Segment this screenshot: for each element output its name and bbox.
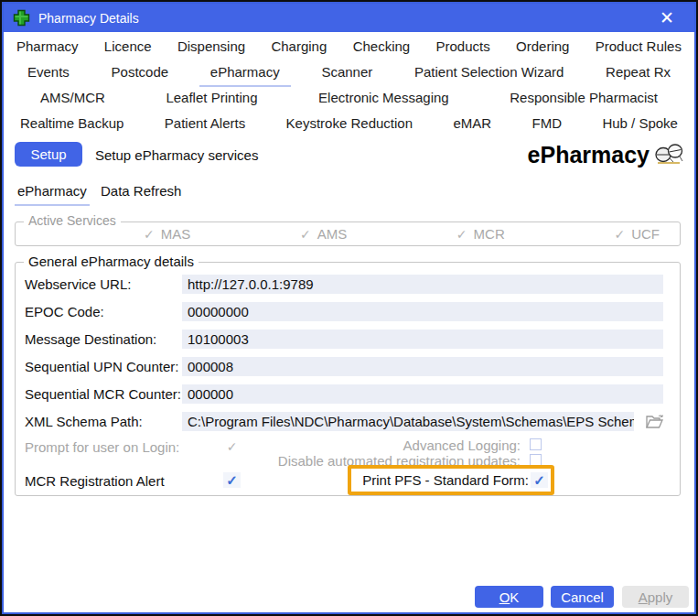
cancel-button[interactable]: Cancel: [551, 586, 614, 608]
tab-hub-spoke[interactable]: Hub / Spoke: [602, 115, 678, 131]
tab-licence[interactable]: Licence: [104, 38, 152, 54]
message-destination-label: Message Destination:: [25, 330, 156, 349]
sequential-upn-counter-label: Sequential UPN Counter:: [25, 357, 178, 376]
tab-ordering[interactable]: Ordering: [516, 38, 569, 54]
advanced-logging-label: Advanced Logging:: [403, 438, 521, 453]
pills-icon: [652, 143, 685, 168]
xml-schema-path-label: XML Schema Path:: [25, 412, 143, 431]
service-ams: ✓ AMS: [300, 226, 347, 242]
active-services-legend: Active Services: [24, 213, 121, 228]
tab-dispensing[interactable]: Dispensing: [177, 38, 245, 54]
pharmacy-details-dialog: Pharmacy Details ✕ Pharmacy Licence Disp…: [0, 0, 698, 616]
epoc-code-field[interactable]: 00000000: [182, 302, 663, 321]
webservice-url-field[interactable]: http://127.0.0.1:9789: [182, 275, 663, 294]
tab-patient-selection-wizard[interactable]: Patient Selection Wizard: [414, 64, 564, 80]
check-icon: ✓: [456, 227, 467, 242]
general-details-groupbox: General ePharmacy details Webservice URL…: [15, 262, 681, 496]
service-mas: ✓ MAS: [144, 226, 190, 242]
tab-events[interactable]: Events: [27, 64, 70, 80]
tab-patient-alerts[interactable]: Patient Alerts: [165, 115, 245, 131]
tab-repeat-rx[interactable]: Repeat Rx: [606, 64, 671, 80]
tab-row-2: Events Postcode ePharmacy Scanner Patien…: [5, 59, 693, 83]
prompt-login-checkbox[interactable]: ✓: [223, 438, 241, 454]
active-services-groupbox: Active Services ✓ MAS ✓ AMS ✓ MCR ✓ UCF: [15, 222, 681, 246]
service-mcr: ✓ MCR: [456, 226, 505, 242]
epharmacy-logo: ePharmacy: [528, 142, 685, 168]
ok-button-label: O: [499, 589, 510, 605]
webservice-url-label: Webservice URL:: [25, 275, 131, 294]
message-destination-field[interactable]: 10100003: [182, 330, 663, 349]
tab-pharmacy[interactable]: Pharmacy: [16, 38, 79, 54]
tab-postcode[interactable]: Postcode: [112, 64, 169, 80]
sequential-upn-counter-field[interactable]: 000008: [182, 357, 663, 376]
tab-charging[interactable]: Charging: [271, 38, 327, 54]
setup-description: Setup ePharmacy services: [95, 147, 258, 163]
tab-products[interactable]: Products: [436, 38, 490, 54]
subtab-epharmacy[interactable]: ePharmacy: [15, 183, 90, 206]
tab-checking[interactable]: Checking: [353, 38, 411, 54]
check-icon: ✓: [614, 227, 625, 242]
print-pfs-checkbox[interactable]: ✓: [531, 472, 548, 488]
service-mas-label: MAS: [161, 226, 191, 242]
check-icon: ✓: [300, 227, 311, 242]
print-pfs-label: Print PFS - Standard Form:: [362, 472, 529, 488]
apply-button-label: A: [639, 589, 648, 605]
title-bar: Pharmacy Details ✕: [4, 4, 694, 32]
epoc-code-label: EPOC Code:: [25, 302, 104, 321]
tab-emar[interactable]: eMAR: [453, 115, 491, 131]
cancel-button-label: Cancel: [561, 589, 604, 605]
sequential-mcr-counter-label: Sequential MCR Counter:: [25, 384, 181, 404]
advanced-logging-checkbox[interactable]: [530, 438, 542, 450]
prompt-login-label: Prompt for user on Login:: [25, 438, 179, 457]
apply-button[interactable]: Apply: [622, 586, 689, 608]
tab-realtime-backup[interactable]: Realtime Backup: [20, 115, 123, 131]
ok-button[interactable]: OK: [475, 586, 543, 608]
service-ucf: ✓ UCF: [614, 226, 660, 242]
mcr-registration-alert-label: MCR Registration Alert: [25, 471, 165, 491]
tab-product-rules[interactable]: Product Rules: [596, 38, 682, 54]
tab-ams-mcr[interactable]: AMS/MCR: [40, 90, 105, 105]
tab-row-1: Pharmacy Licence Dispensing Charging Che…: [5, 34, 693, 58]
check-icon: ✓: [226, 472, 238, 489]
browse-folder-icon[interactable]: [643, 410, 667, 432]
epharmacy-logo-text: ePharmacy: [528, 142, 650, 168]
sequential-mcr-counter-field[interactable]: 000000: [182, 384, 663, 404]
service-ucf-label: UCF: [631, 226, 660, 242]
check-icon: ✓: [144, 227, 155, 242]
tab-row-3: AMS/MCR Leaflet Printing Electronic Mess…: [5, 85, 693, 109]
xml-schema-path-field[interactable]: C:\Program Files\NDC\Pharmacy\Database\S…: [182, 412, 634, 431]
tab-fmd[interactable]: FMD: [532, 115, 563, 131]
service-ams-label: AMS: [317, 226, 348, 242]
general-details-legend: General ePharmacy details: [24, 254, 199, 269]
print-pfs-highlight-annotation: Print PFS - Standard Form: ✓: [348, 465, 554, 495]
subtab-data-refresh[interactable]: Data Refresh: [101, 183, 181, 199]
tab-row-4: Realtime Backup Patient Alerts Keystroke…: [5, 111, 693, 135]
check-icon: ✓: [533, 472, 545, 489]
tab-electronic-messaging[interactable]: Electronic Messaging: [318, 90, 449, 105]
close-icon[interactable]: ✕: [649, 9, 685, 27]
green-cross-icon: [13, 9, 30, 27]
service-mcr-label: MCR: [474, 226, 505, 242]
tab-scanner[interactable]: Scanner: [321, 64, 372, 80]
mcr-registration-alert-checkbox[interactable]: ✓: [223, 472, 241, 488]
window-title: Pharmacy Details: [38, 11, 139, 26]
tab-keystroke-reduction[interactable]: Keystroke Reduction: [286, 115, 413, 131]
tab-epharmacy[interactable]: ePharmacy: [210, 64, 280, 80]
tab-leaflet-printing[interactable]: Leaflet Printing: [166, 90, 257, 105]
setup-button[interactable]: Setup: [15, 142, 82, 167]
tab-responsible-pharmacist[interactable]: Responsible Pharmacist: [510, 90, 658, 105]
